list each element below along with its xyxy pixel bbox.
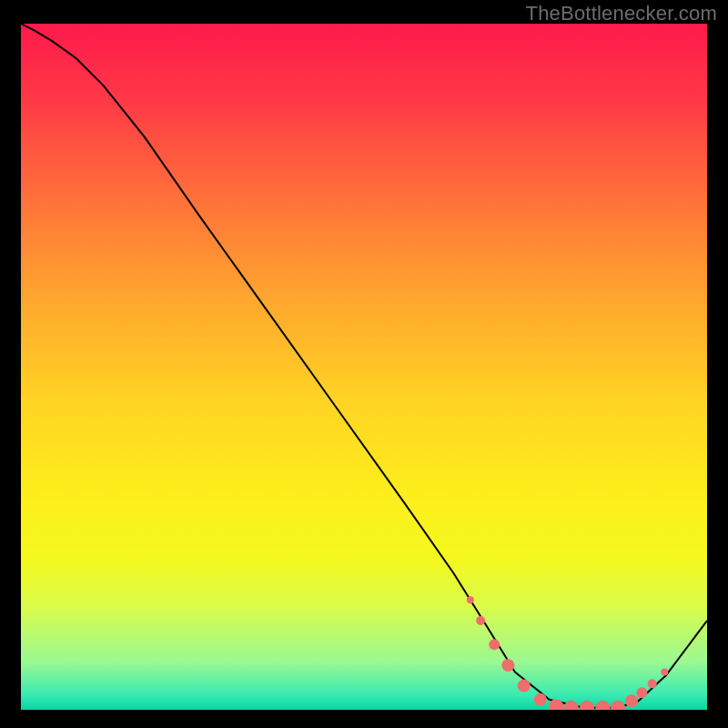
data-marker xyxy=(501,659,514,672)
data-marker xyxy=(636,687,647,698)
data-marker xyxy=(534,693,547,706)
data-marker xyxy=(518,680,531,693)
data-marker xyxy=(476,616,485,625)
chart-container: TheBottlenecker.com xyxy=(0,0,728,728)
data-marker xyxy=(648,679,657,688)
data-marker xyxy=(625,694,638,707)
data-marker xyxy=(661,669,668,676)
chart-svg xyxy=(21,24,707,710)
gradient-background xyxy=(21,24,707,710)
data-marker xyxy=(467,596,474,603)
data-marker xyxy=(489,639,500,650)
watermark-text: TheBottlenecker.com xyxy=(526,2,717,25)
plot-area xyxy=(21,24,707,710)
